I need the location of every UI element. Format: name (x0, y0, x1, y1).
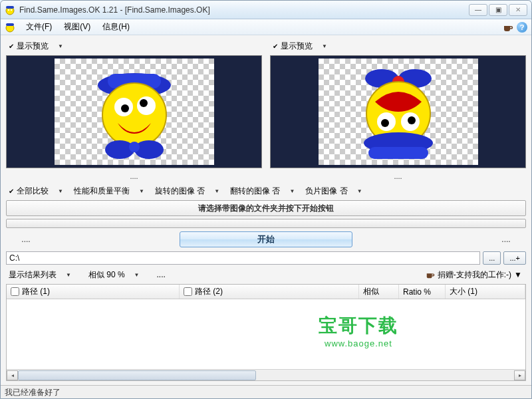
preview-images-row (6, 55, 526, 168)
dropdown-label: 负片图像 否 (305, 186, 347, 197)
svg-point-10 (121, 104, 129, 112)
chevron-down-icon: ▼ (289, 188, 295, 194)
maximize-button[interactable]: ▣ (489, 4, 507, 16)
filename-right: .... (270, 171, 526, 182)
preview-right (270, 55, 526, 168)
col-ratio[interactable]: Ratio % (399, 285, 446, 299)
chevron-down-icon: ▼ (139, 188, 144, 194)
browse-button[interactable]: ... (483, 251, 501, 265)
chevron-down-icon: ▼ (357, 188, 362, 194)
coffee-icon (426, 270, 435, 279)
dropdown-label: 翻转的图像 否 (230, 186, 280, 197)
app-window: Find.Same.Images.OK 1.21 - [Find.Same.Im… (0, 0, 532, 399)
svg-point-8 (102, 83, 166, 147)
table-body (7, 299, 525, 369)
minimize-button[interactable]: — (469, 4, 487, 16)
window-title: Find.Same.Images.OK 1.21 - [Find.Same.Im… (19, 5, 469, 15)
scroll-left-arrow[interactable]: ◂ (7, 370, 18, 380)
dropdown-label: 旋转的图像 否 (155, 186, 205, 197)
col-path1[interactable]: 路径 (1) (7, 285, 180, 299)
donate-label: 捐赠-支持我的工作:-) (438, 269, 511, 281)
col-path2-checkbox[interactable] (184, 287, 192, 296)
path-input[interactable] (6, 251, 480, 265)
similarity-dropdown[interactable]: 相似 90 % ▼ (86, 269, 142, 281)
preview-labels-row: ✔ 显示预览 ▼ ✔ 显示预览 ▼ (6, 39, 526, 53)
check-icon: ✔ (9, 188, 14, 195)
show-preview-right-dropdown[interactable]: ✔ 显示预览 ▼ (270, 40, 330, 53)
app-icon (5, 5, 15, 15)
dropdown-label: 显示预览 (17, 41, 49, 52)
preview-left (6, 55, 262, 168)
menu-view[interactable]: 视图(V) (59, 20, 96, 34)
close-button[interactable]: ✕ (509, 4, 527, 16)
compare-all-dropdown[interactable]: ✔ 全部比较 ▼ (6, 185, 66, 198)
col-label: 路径 (1) (22, 286, 50, 297)
progress-bar (6, 219, 526, 228)
horizontal-scrollbar[interactable]: ◂ ▸ (7, 369, 525, 380)
start-row: .... 开始 .... (6, 231, 526, 248)
scroll-right-arrow[interactable]: ▸ (514, 370, 525, 380)
preview-right-image (319, 59, 478, 165)
dropdown-label: 显示结果列表 (9, 269, 57, 281)
start-dots-left: .... (6, 235, 46, 244)
instruction-text: 请选择带图像的文件夹并按下开始按钮 (198, 203, 334, 214)
statusbar: 我已经准备好了 (1, 385, 531, 398)
results-dots: .... (154, 269, 168, 280)
chevron-down-icon: ▼ (214, 188, 219, 194)
svg-point-12 (140, 99, 148, 107)
negative-dropdown[interactable]: 负片图像 否 ▼ (303, 185, 364, 198)
content-area: ✔ 显示预览 ▼ ✔ 显示预览 ▼ (1, 35, 531, 385)
svg-point-21 (381, 119, 389, 127)
titlebar: Find.Same.Images.OK 1.21 - [Find.Same.Im… (1, 1, 531, 19)
chevron-down-icon: ▼ (322, 43, 327, 49)
chevron-down-icon: ▼ (66, 272, 71, 278)
col-label: 大小 (1) (450, 286, 477, 297)
results-table: 路径 (1) 路径 (2) 相似 Ratio % 大小 (1) ◂ (6, 284, 526, 381)
dots-label: .... (157, 270, 166, 279)
table-header: 路径 (1) 路径 (2) 相似 Ratio % 大小 (1) (7, 285, 525, 299)
col-path2[interactable]: 路径 (2) (180, 285, 359, 299)
svg-rect-5 (6, 23, 14, 26)
filename-left: .... (6, 171, 262, 182)
scroll-track[interactable] (18, 370, 514, 380)
show-preview-left-dropdown[interactable]: ✔ 显示预览 ▼ (6, 40, 66, 53)
instruction-bar: 请选择带图像的文件夹并按下开始按钮 (6, 200, 526, 216)
svg-rect-25 (368, 147, 428, 159)
coffee-icon[interactable] (503, 22, 513, 33)
menu-info[interactable]: 信息(H) (97, 20, 135, 34)
dropdown-label: 相似 90 % (88, 269, 125, 281)
rotated-dropdown[interactable]: 旋转的图像 否 ▼ (152, 185, 222, 198)
results-list-dropdown[interactable]: 显示结果列表 ▼ (6, 269, 74, 281)
chevron-down-icon: ▼ (514, 270, 522, 279)
results-dd-row: 显示结果列表 ▼ 相似 90 % ▼ .... 捐赠-支持我的工作:-) ▼ (6, 268, 526, 281)
path-row: ... ...+ (6, 251, 526, 265)
col-label: 路径 (2) (195, 286, 223, 297)
browse-add-button[interactable]: ...+ (503, 251, 526, 265)
menu-file[interactable]: 文件(F) (21, 20, 57, 34)
window-controls: — ▣ ✕ (469, 4, 527, 16)
svg-point-15 (129, 142, 140, 152)
help-icon[interactable]: ? (517, 22, 527, 33)
start-button[interactable]: 开始 (180, 231, 352, 247)
filename-row: .... .... (6, 171, 526, 182)
dropdown-label: 性能和质量平衡 (74, 186, 130, 197)
svg-point-2 (8, 9, 9, 10)
col-label: Ratio % (403, 287, 431, 297)
options-row: ✔ 全部比较 ▼ 性能和质量平衡 ▼ 旋转的图像 否 ▼ 翻转的图像 否 ▼ 负… (6, 184, 526, 198)
col-path1-checkbox[interactable] (11, 287, 19, 296)
col-label: 相似 (363, 286, 379, 297)
col-size1[interactable]: 大小 (1) (446, 285, 525, 299)
status-text: 我已经准备好了 (5, 388, 61, 397)
scroll-thumb[interactable] (18, 370, 256, 380)
check-icon: ✔ (273, 43, 278, 50)
flipped-dropdown[interactable]: 翻转的图像 否 ▼ (227, 185, 297, 198)
chevron-down-icon: ▼ (58, 43, 63, 49)
chevron-down-icon: ▼ (58, 188, 63, 194)
dropdown-label: 显示预览 (281, 41, 313, 52)
perf-quality-dropdown[interactable]: 性能和质量平衡 ▼ (71, 185, 147, 198)
start-dots-right: .... (486, 235, 526, 244)
donate-link[interactable]: 捐赠-支持我的工作:-) ▼ (426, 269, 526, 281)
dropdown-label: 全部比较 (17, 186, 49, 197)
col-similar[interactable]: 相似 (359, 285, 399, 299)
menubar: 文件(F) 视图(V) 信息(H) ? (1, 19, 531, 35)
